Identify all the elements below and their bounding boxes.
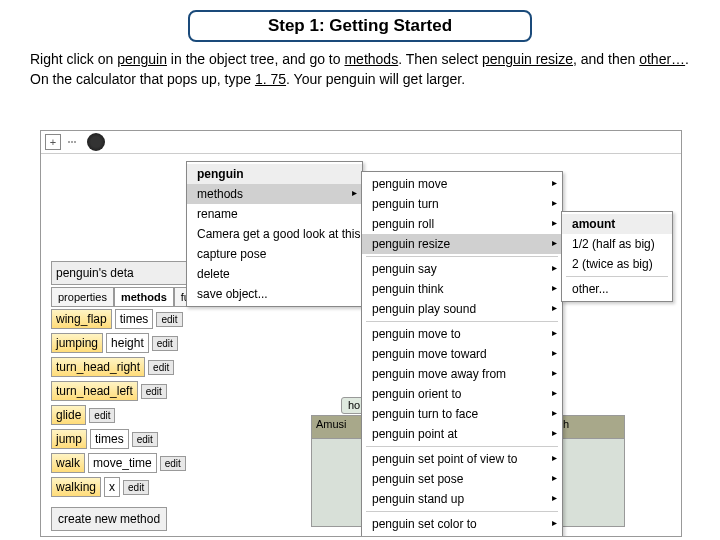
submenu-item[interactable]: penguin play sound — [362, 299, 562, 319]
method-row: jumptimesedit — [51, 429, 281, 449]
method-chip[interactable]: x — [104, 477, 120, 497]
context-item[interactable]: save object... — [187, 284, 362, 304]
user-methods-list: wing_flaptimeseditjumpingheighteditturn_… — [51, 309, 281, 537]
method-chip[interactable]: walking — [51, 477, 101, 497]
method-chip[interactable]: walk — [51, 453, 85, 473]
edit-button[interactable]: edit — [89, 408, 115, 423]
amount-item[interactable]: 2 (twice as big) — [562, 254, 672, 274]
submenu-item[interactable]: penguin set color to — [362, 514, 562, 534]
screenshot-panel: penguin's deta properties methods functi… — [40, 130, 682, 537]
method-row: jumpingheightedit — [51, 333, 281, 353]
submenu-item[interactable]: penguin move toward — [362, 344, 562, 364]
method-chip[interactable]: times — [115, 309, 154, 329]
submenu-item[interactable]: penguin move to — [362, 324, 562, 344]
submenu-item[interactable]: penguin set point of view to — [362, 449, 562, 469]
method-chip[interactable]: turn_head_right — [51, 357, 145, 377]
method-chip[interactable]: jumping — [51, 333, 103, 353]
amount-item[interactable]: other... — [562, 279, 672, 299]
context-item[interactable]: delete — [187, 264, 362, 284]
context-item[interactable]: methods — [187, 184, 362, 204]
edit-button[interactable]: edit — [152, 336, 178, 351]
context-item[interactable]: Camera get a good look at this — [187, 224, 362, 244]
submenu-item[interactable]: penguin move — [362, 174, 562, 194]
edit-button[interactable]: edit — [160, 456, 186, 471]
submenu-item[interactable]: penguin move away from — [362, 364, 562, 384]
method-row: glideedit — [51, 405, 281, 425]
method-chip[interactable]: turn_head_left — [51, 381, 138, 401]
dots-icon — [65, 135, 79, 149]
methods-submenu[interactable]: penguin movepenguin turnpenguin rollpeng… — [361, 171, 563, 537]
method-chip[interactable]: times — [90, 429, 129, 449]
method-row: walkingxedit — [51, 477, 281, 497]
edit-button[interactable]: edit — [148, 360, 174, 375]
submenu-item[interactable]: penguin set opacity to — [362, 534, 562, 537]
method-row: turn_head_rightedit — [51, 357, 281, 377]
step-banner: Step 1: Getting Started — [188, 10, 532, 42]
edit-button[interactable]: edit — [156, 312, 182, 327]
submenu-item[interactable]: penguin roll — [362, 214, 562, 234]
context-title: penguin — [187, 164, 362, 184]
context-item[interactable]: capture pose — [187, 244, 362, 264]
submenu-item[interactable]: penguin turn — [362, 194, 562, 214]
context-item[interactable]: rename — [187, 204, 362, 224]
edit-button[interactable]: edit — [141, 384, 167, 399]
submenu-item[interactable]: penguin resize — [362, 234, 562, 254]
submenu-title: amount — [562, 214, 672, 234]
create-new-method-button[interactable]: create new method — [51, 507, 167, 531]
edit-button[interactable]: edit — [132, 432, 158, 447]
submenu-item[interactable]: penguin stand up — [362, 489, 562, 509]
submenu-item[interactable]: penguin orient to — [362, 384, 562, 404]
submenu-item[interactable]: penguin turn to face — [362, 404, 562, 424]
amount-item[interactable]: 1/2 (half as big) — [562, 234, 672, 254]
object-context-menu[interactable]: penguin methodsrenameCamera get a good l… — [186, 161, 363, 307]
method-chip[interactable]: jump — [51, 429, 87, 449]
method-row: wing_flaptimesedit — [51, 309, 281, 329]
tab-properties[interactable]: properties — [51, 287, 114, 307]
submenu-item[interactable]: penguin set pose — [362, 469, 562, 489]
method-row: turn_head_leftedit — [51, 381, 281, 401]
submenu-item[interactable]: penguin point at — [362, 424, 562, 444]
method-row: walkmove_timeedit — [51, 453, 281, 473]
method-chip[interactable]: move_time — [88, 453, 157, 473]
method-chip[interactable]: height — [106, 333, 149, 353]
submenu-item[interactable]: penguin think — [362, 279, 562, 299]
object-tree-toolbar — [41, 131, 681, 154]
method-chip[interactable]: wing_flap — [51, 309, 112, 329]
method-chip[interactable]: glide — [51, 405, 86, 425]
edit-button[interactable]: edit — [123, 480, 149, 495]
tab-methods[interactable]: methods — [114, 287, 174, 307]
amount-submenu[interactable]: amount 1/2 (half as big)2 (twice as big)… — [561, 211, 673, 302]
submenu-item[interactable]: penguin say — [362, 259, 562, 279]
penguin-icon[interactable] — [87, 133, 105, 151]
instruction-text: Right click on penguin in the object tre… — [30, 50, 690, 89]
expand-icon[interactable] — [45, 134, 61, 150]
